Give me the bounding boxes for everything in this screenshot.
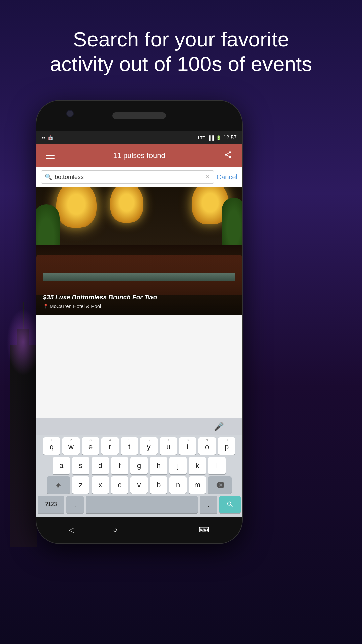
keyboard-button[interactable]: ⌨: [199, 526, 209, 534]
city-building-glow: [7, 309, 40, 376]
location-pin-icon: 📍: [43, 304, 48, 309]
app-header: 11 pulses found: [36, 144, 242, 167]
key-g[interactable]: g: [130, 457, 148, 474]
key-k[interactable]: k: [189, 457, 206, 474]
microphone-icon: 🎤: [214, 422, 224, 431]
key-f[interactable]: f: [111, 457, 128, 474]
android-icon: 🤖: [48, 135, 53, 140]
clear-button[interactable]: ✕: [205, 173, 210, 181]
key-n[interactable]: n: [169, 476, 187, 494]
numbers-switch-key[interactable]: ?123: [38, 496, 64, 513]
home-button[interactable]: ○: [113, 526, 117, 534]
header-title: 11 pulses found: [113, 151, 165, 160]
key-q[interactable]: 1q: [43, 437, 60, 455]
hamburger-line-3: [46, 158, 55, 159]
key-v[interactable]: v: [130, 476, 148, 494]
keyboard-row-4: ?123 , .: [38, 496, 241, 513]
share-icon: [224, 151, 232, 161]
comma-label: ,: [74, 500, 76, 509]
recents-button[interactable]: □: [156, 526, 160, 534]
pendant-lamp-2: [110, 187, 143, 223]
key-l[interactable]: l: [208, 457, 226, 474]
keyboard: 🎤 1q 2w 3e 4r 5t 6y 7u 8i 9o 0p: [36, 418, 242, 517]
key-a[interactable]: a: [53, 457, 70, 474]
key-y[interactable]: 6y: [140, 437, 158, 455]
share-button[interactable]: [221, 148, 235, 163]
search-icon: 🔍: [45, 173, 52, 181]
key-m[interactable]: m: [189, 476, 206, 494]
hamburger-line-2: [46, 155, 55, 156]
key-e[interactable]: 3e: [82, 437, 99, 455]
hamburger-line-1: [46, 153, 55, 153]
status-bar: ▪▪ 🤖 LTE ▐▐ 🔋 12:57: [36, 131, 242, 144]
suggestion-left: [40, 418, 79, 435]
card-info: $35 Luxe Bottomless Brunch For Two 📍 McC…: [36, 287, 242, 315]
key-o[interactable]: 9o: [198, 437, 216, 455]
search-bar: 🔍 ✕ Cancel: [36, 167, 242, 187]
key-i[interactable]: 8i: [179, 437, 196, 455]
key-u[interactable]: 7u: [160, 437, 177, 455]
period-key[interactable]: .: [200, 496, 217, 513]
phone-screen: ▪▪ 🤖 LTE ▐▐ 🔋 12:57 11 pulses found: [36, 131, 242, 517]
battery-icon: 🔋: [216, 135, 221, 140]
numbers-label: ?123: [45, 501, 57, 507]
keyboard-row-1: 1q 2w 3e 4r 5t 6y 7u 8i 9o 0p: [38, 437, 241, 455]
phone-frame: ▪▪ 🤖 LTE ▐▐ 🔋 12:57 11 pulses found: [36, 101, 242, 543]
key-j[interactable]: j: [169, 457, 187, 474]
key-b[interactable]: b: [150, 476, 167, 494]
key-x[interactable]: x: [92, 476, 109, 494]
headline-line2: activity out of 100s of events: [50, 52, 312, 75]
comma-key[interactable]: ,: [66, 496, 84, 513]
event-card[interactable]: $35 Luxe Bottomless Brunch For Two 📍 McC…: [36, 187, 242, 315]
key-t[interactable]: 5t: [121, 437, 138, 455]
status-right-info: LTE ▐▐ 🔋 12:57: [198, 135, 237, 141]
venue-name: McCarren Hotel & Pool: [50, 303, 101, 309]
key-h[interactable]: h: [150, 457, 167, 474]
key-s[interactable]: s: [72, 457, 89, 474]
city-building: [10, 345, 37, 547]
key-w[interactable]: 2w: [62, 437, 80, 455]
suggestion-divider-1: [79, 422, 119, 432]
card-title: $35 Luxe Bottomless Brunch For Two: [43, 293, 235, 301]
keyboard-rows: 1q 2w 3e 4r 5t 6y 7u 8i 9o 0p a s d f: [36, 435, 242, 517]
phone-notch: [36, 101, 242, 131]
keyboard-suggestions: 🎤: [36, 418, 242, 435]
microphone-button[interactable]: 🎤: [199, 418, 239, 435]
search-action-key[interactable]: [219, 496, 241, 513]
phone-camera: [66, 110, 74, 117]
lte-icon: LTE: [198, 135, 206, 140]
backspace-key[interactable]: [208, 476, 232, 494]
back-button[interactable]: ◁: [69, 526, 74, 534]
card-venue: 📍 McCarren Hotel & Pool: [43, 303, 235, 309]
key-c[interactable]: c: [111, 476, 128, 494]
cancel-button[interactable]: Cancel: [217, 173, 237, 181]
search-input[interactable]: [55, 174, 202, 181]
key-d[interactable]: d: [92, 457, 109, 474]
shift-key[interactable]: [47, 476, 70, 494]
period-label: .: [207, 500, 209, 509]
key-z[interactable]: z: [72, 476, 89, 494]
status-left-icons: ▪▪ 🤖: [42, 135, 53, 140]
navigation-bar: ◁ ○ □ ⌨: [36, 517, 242, 543]
status-time: 12:57: [223, 135, 237, 141]
suggestion-middle: [119, 418, 159, 435]
sim-icon: ▪▪: [42, 135, 45, 140]
keyboard-row-3: z x c v b n m: [38, 476, 241, 494]
phone-speaker: [112, 112, 166, 119]
wifi-icon: ▐▐: [208, 135, 214, 140]
headline-line1: Search for your favorite: [73, 28, 289, 51]
space-key[interactable]: [86, 496, 198, 513]
keyboard-row-2: a s d f g h j k l: [38, 457, 241, 474]
search-input-wrapper[interactable]: 🔍 ✕: [41, 170, 214, 184]
key-p[interactable]: 0p: [218, 437, 235, 455]
headline: Search for your favorite activity out of…: [0, 27, 362, 77]
pendant-lamp-1: [56, 187, 97, 228]
key-r[interactable]: 4r: [101, 437, 119, 455]
suggestion-divider-2: [159, 422, 199, 432]
hamburger-button[interactable]: [43, 148, 58, 163]
